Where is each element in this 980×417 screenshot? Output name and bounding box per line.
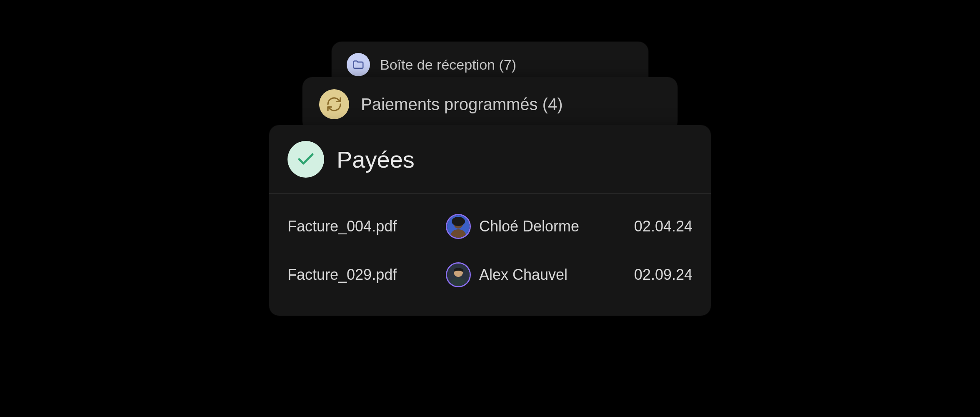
scheduled-title: Paiements programmés (4) (361, 95, 563, 114)
avatar (446, 214, 471, 239)
check-icon (288, 141, 324, 178)
paid-title: Payées (337, 146, 415, 173)
invoice-row[interactable]: Facture_029.pdf Alex Chauvel 02.09.24 (288, 251, 692, 299)
invoice-filename: Facture_004.pdf (288, 218, 438, 235)
folder-icon (347, 53, 370, 76)
paid-card: Payées Facture_004.pdf Chloé Delorme (269, 125, 711, 316)
avatar (446, 262, 471, 287)
invoice-row[interactable]: Facture_004.pdf Chloé Delorme 02.04.24 (288, 202, 692, 251)
invoice-filename: Facture_029.pdf (288, 266, 438, 284)
paid-rows: Facture_004.pdf Chloé Delorme 02.04.24 (269, 194, 711, 299)
svg-point-3 (452, 217, 465, 226)
invoice-person-name: Chloé Delorme (479, 218, 579, 235)
invoice-date: 02.09.24 (634, 266, 692, 284)
invoice-date: 02.04.24 (634, 218, 692, 235)
refresh-icon (319, 89, 349, 119)
paid-card-header: Payées (269, 125, 711, 194)
invoice-person: Alex Chauvel (446, 262, 604, 287)
scheduled-payments-card[interactable]: Paiements programmés (4) (302, 77, 678, 131)
invoice-person: Chloé Delorme (446, 214, 604, 239)
inbox-title: Boîte de réception (7) (380, 57, 516, 73)
invoice-person-name: Alex Chauvel (479, 266, 568, 284)
